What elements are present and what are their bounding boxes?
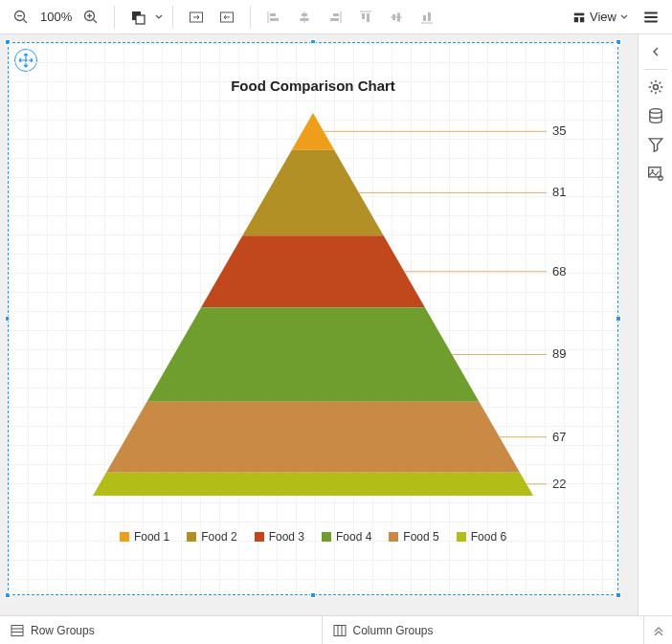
svg-line-4 xyxy=(94,19,98,23)
legend-label: Food 5 xyxy=(403,530,438,544)
legend-swatch xyxy=(255,532,264,542)
merge-cells-button[interactable] xyxy=(183,4,210,31)
svg-rect-15 xyxy=(270,18,279,21)
svg-rect-26 xyxy=(392,14,395,20)
double-chevron-up-icon xyxy=(653,625,664,636)
layer-order-icon xyxy=(130,10,146,25)
column-groups-panel-header[interactable]: Column Groups xyxy=(323,616,644,644)
split-icon xyxy=(219,10,235,25)
svg-rect-32 xyxy=(574,17,578,22)
pyramid-segment xyxy=(93,473,533,496)
data-label: 81 xyxy=(552,185,566,199)
right-tool-rail xyxy=(638,34,672,615)
svg-rect-14 xyxy=(270,13,276,16)
zoom-out-button[interactable] xyxy=(8,4,34,31)
row-groups-panel-header[interactable]: Row Groups xyxy=(0,616,323,644)
filter-button[interactable] xyxy=(642,131,669,158)
align-left-button xyxy=(260,4,287,31)
chevron-down-icon xyxy=(155,13,163,21)
svg-rect-24 xyxy=(367,13,370,22)
bottom-bar: Row Groups Column Groups xyxy=(0,615,672,644)
hamburger-menu-button[interactable] xyxy=(638,4,664,31)
legend-label: Food 3 xyxy=(269,530,304,544)
align-right-icon xyxy=(327,10,343,25)
chart-legend: Food 1Food 2Food 3Food 4Food 5Food 6 xyxy=(9,530,617,544)
column-groups-icon xyxy=(332,623,347,638)
toolbar-separator xyxy=(114,6,115,29)
align-bottom-icon xyxy=(419,10,435,25)
align-center-h-button xyxy=(291,4,318,31)
expand-groups-button[interactable] xyxy=(643,616,672,644)
view-label: View xyxy=(590,10,616,24)
image-gear-icon xyxy=(647,165,664,182)
chevron-left-icon xyxy=(650,46,661,57)
svg-rect-27 xyxy=(397,12,400,21)
merge-icon xyxy=(189,10,204,25)
column-groups-label: Column Groups xyxy=(353,624,434,637)
main-area: Food Comparison Chart 358168896722 Food … xyxy=(0,34,638,615)
legend-label: Food 6 xyxy=(471,530,506,544)
view-dropdown-button[interactable]: View xyxy=(567,4,634,31)
chevron-down-icon xyxy=(620,13,628,21)
zoom-group: 100% xyxy=(8,4,104,31)
svg-rect-30 xyxy=(428,12,431,21)
row-groups-label: Row Groups xyxy=(31,624,95,637)
data-label: 67 xyxy=(552,430,566,444)
align-bottom-button xyxy=(414,4,440,31)
svg-rect-17 xyxy=(302,13,307,16)
legend-item: Food 6 xyxy=(457,530,506,544)
database-icon xyxy=(647,107,664,124)
data-label: 68 xyxy=(552,264,566,278)
svg-rect-23 xyxy=(362,13,365,19)
layer-order-button[interactable] xyxy=(124,4,151,31)
design-canvas[interactable]: Food Comparison Chart 358168896722 Food … xyxy=(0,34,638,615)
align-middle-icon xyxy=(389,10,404,25)
zoom-in-button[interactable] xyxy=(78,4,104,31)
toolbar-separator xyxy=(250,6,251,29)
zoom-out-icon xyxy=(13,10,29,25)
svg-rect-31 xyxy=(574,12,585,15)
svg-rect-33 xyxy=(580,17,584,22)
pyramid-segment xyxy=(201,235,425,307)
data-label: 89 xyxy=(552,346,566,361)
legend-swatch xyxy=(187,532,196,542)
align-top-icon xyxy=(358,10,373,25)
legend-item: Food 5 xyxy=(389,530,438,544)
properties-button[interactable] xyxy=(642,74,669,100)
data-label: 22 xyxy=(552,477,566,491)
split-cells-button[interactable] xyxy=(213,4,240,31)
legend-swatch xyxy=(389,532,398,542)
collapse-rail-button[interactable] xyxy=(642,38,669,65)
rail-separator xyxy=(644,69,667,70)
svg-rect-20 xyxy=(333,13,339,16)
svg-point-37 xyxy=(653,85,658,90)
legend-swatch xyxy=(120,532,129,542)
svg-rect-18 xyxy=(301,18,309,21)
zoom-in-icon xyxy=(83,10,99,25)
data-button[interactable] xyxy=(642,102,669,129)
chart-plot-area: 358168896722 xyxy=(26,94,600,515)
svg-rect-29 xyxy=(423,15,426,21)
legend-label: Food 2 xyxy=(201,530,236,544)
legend-swatch xyxy=(457,532,466,542)
top-toolbar: 100% View xyxy=(0,0,672,34)
svg-rect-8 xyxy=(136,15,145,24)
image-settings-button[interactable] xyxy=(642,160,669,187)
row-groups-icon xyxy=(10,623,25,638)
legend-label: Food 4 xyxy=(336,530,371,544)
filter-icon xyxy=(647,136,664,153)
gear-icon xyxy=(647,78,664,96)
align-right-button xyxy=(322,4,348,31)
view-icon xyxy=(572,11,586,24)
svg-rect-21 xyxy=(330,18,339,21)
align-center-h-icon xyxy=(297,10,312,25)
svg-rect-42 xyxy=(11,625,23,635)
toolbar-separator xyxy=(172,6,173,29)
data-label: 35 xyxy=(552,123,566,138)
selected-chart-object[interactable]: Food Comparison Chart 358168896722 Food … xyxy=(8,42,618,595)
legend-item: Food 2 xyxy=(187,530,236,544)
legend-label: Food 1 xyxy=(134,530,169,544)
align-top-button xyxy=(352,4,379,31)
legend-item: Food 1 xyxy=(120,530,169,544)
legend-item: Food 3 xyxy=(255,530,304,544)
